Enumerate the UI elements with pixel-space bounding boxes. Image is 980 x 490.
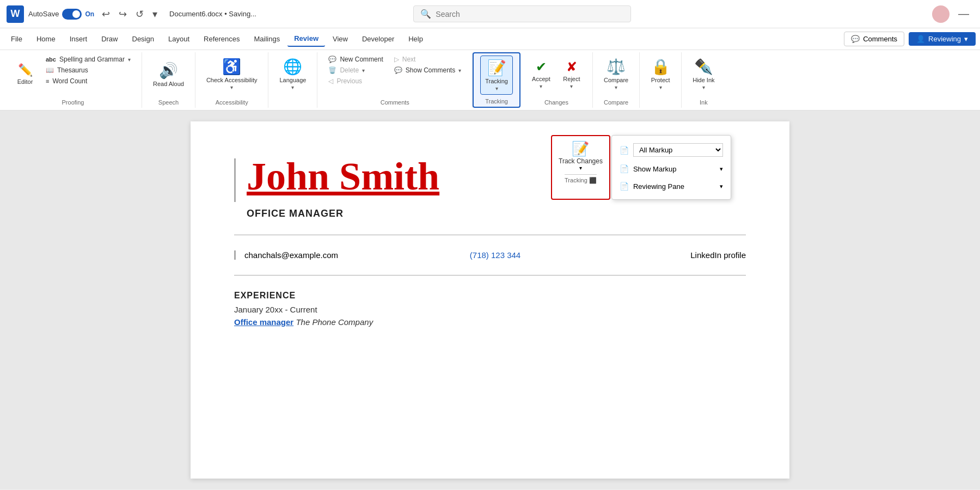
left-bar: [234, 158, 236, 202]
thesaurus-button[interactable]: 📖 Thesaurus: [41, 65, 135, 75]
compare-button[interactable]: ⚖️ Compare ▾: [599, 54, 633, 94]
next-button[interactable]: ▷ Next: [390, 54, 465, 64]
show-markup-icon: 📄: [620, 164, 629, 173]
autosave-toggle[interactable]: [62, 9, 82, 20]
menu-references[interactable]: References: [197, 32, 246, 46]
read-aloud-label: Read Aloud: [153, 81, 184, 87]
menu-view[interactable]: View: [326, 32, 354, 46]
next-label: Next: [402, 56, 416, 63]
search-input[interactable]: [436, 10, 624, 19]
job-link[interactable]: Office manager: [234, 317, 293, 327]
menu-file[interactable]: File: [4, 32, 29, 46]
tracking-dropdown-panel: 📄 All Markup Simple Markup No Markup Ori…: [611, 135, 731, 200]
compare-buttons: ⚖️ Compare ▾: [599, 54, 633, 96]
accept-icon: ✔: [536, 59, 547, 75]
accessibility-label: Accessibility: [216, 97, 248, 106]
editor-label: Editor: [17, 78, 33, 85]
contact-bar: [234, 250, 236, 260]
redo-icon[interactable]: ↪: [115, 7, 130, 21]
new-comment-button[interactable]: 💬 New Comment: [324, 54, 387, 64]
language-caret: ▾: [291, 84, 294, 90]
hide-ink-label: Hide Ink: [693, 77, 714, 83]
reject-caret: ▾: [570, 83, 573, 89]
doc-title: Document6.docx • Saving...: [169, 10, 256, 18]
word-count-icon: ≡: [46, 78, 49, 84]
date-range: January 20xx - Current: [234, 305, 746, 314]
changes-group: ✔ Accept ▾ ✘ Reject ▾ Changes: [520, 52, 593, 108]
menu-draw[interactable]: Draw: [95, 32, 124, 46]
reject-label: Reject: [563, 76, 580, 82]
previous-button[interactable]: ◁ Previous: [324, 76, 387, 86]
contact-section: chanchals@example.com (718) 123 344 Link…: [234, 250, 746, 260]
track-changes-popup[interactable]: 📝 Track Changes ▾ Tracking ⬛: [551, 135, 610, 200]
accept-button[interactable]: ✔ Accept ▾: [527, 54, 555, 94]
comments-button[interactable]: 💬 Comments: [844, 32, 904, 46]
protect-buttons: 🔒 Protect ▾: [646, 54, 675, 102]
word-count-label: Word Count: [52, 77, 87, 85]
protect-group: 🔒 Protect ▾: [640, 52, 682, 108]
spelling-caret: ▾: [128, 57, 131, 63]
menu-design[interactable]: Design: [126, 32, 161, 46]
hide-ink-icon: ✒️: [694, 58, 713, 76]
candidate-name: John Smith: [247, 154, 439, 199]
show-markup-caret: ▾: [720, 166, 723, 173]
tracking-group: 📝 Tracking ▾ Tracking: [473, 52, 520, 108]
reviewing-pane-icon: 📄: [620, 182, 629, 191]
delete-icon: 🗑️: [328, 66, 336, 74]
language-group: 🌐 Language ▾: [268, 52, 317, 108]
loop-icon[interactable]: ↺: [132, 7, 147, 21]
protect-icon: 🔒: [651, 58, 670, 76]
phone[interactable]: (718) 123 344: [412, 250, 579, 260]
show-comments-caret: ▾: [458, 68, 461, 74]
language-buttons: 🌐 Language ▾: [275, 54, 310, 102]
all-markup-item[interactable]: 📄 All Markup Simple Markup No Markup Ori…: [612, 140, 731, 160]
show-markup-item[interactable]: 📄 Show Markup ▾: [612, 160, 731, 177]
protect-button[interactable]: 🔒 Protect ▾: [646, 54, 675, 94]
language-button[interactable]: 🌐 Language ▾: [275, 54, 310, 94]
comments-group: 💬 New Comment 🗑️ Delete ▾ ◁ Previous ▷ N…: [317, 52, 473, 108]
show-comments-button[interactable]: 💬 Show Comments ▾: [390, 65, 465, 75]
tracking-label: Tracking: [485, 78, 508, 84]
menu-help[interactable]: Help: [402, 32, 430, 46]
spelling-icon: abc: [46, 56, 56, 63]
undo-icon[interactable]: ↩: [99, 7, 113, 21]
delete-button[interactable]: 🗑️ Delete ▾: [324, 65, 387, 75]
menu-insert[interactable]: Insert: [63, 32, 94, 46]
hide-ink-button[interactable]: ✒️ Hide Ink ▾: [688, 54, 719, 94]
word-count-button[interactable]: ≡ Word Count: [41, 76, 135, 86]
accessibility-label: Check Accessibility: [206, 77, 258, 83]
editor-button[interactable]: ✏️ Editor: [11, 54, 39, 94]
comments-icon: 💬: [851, 35, 860, 43]
ink-buttons: ✒️ Hide Ink ▾: [688, 54, 719, 96]
accept-caret: ▾: [540, 83, 542, 89]
proofing-label: Proofing: [62, 97, 84, 106]
menu-home[interactable]: Home: [30, 32, 62, 46]
protect-caret: ▾: [659, 84, 662, 90]
menu-review[interactable]: Review: [287, 31, 325, 47]
search-box[interactable]: 🔍: [413, 5, 631, 22]
menu-layout[interactable]: Layout: [162, 32, 196, 46]
menu-mailings[interactable]: Mailings: [248, 32, 287, 46]
reviewing-label: Reviewing: [928, 35, 961, 43]
tracking-button[interactable]: 📝 Tracking ▾: [480, 56, 513, 95]
read-aloud-button[interactable]: 🔊 Read Aloud: [149, 54, 188, 94]
more-icon[interactable]: ▾: [149, 7, 161, 21]
tracking-section-footer: Tracking ⬛: [565, 174, 597, 184]
contact-row: chanchals@example.com (718) 123 344 Link…: [244, 250, 746, 260]
menu-developer[interactable]: Developer: [356, 32, 401, 46]
proofing-buttons: ✏️ Editor abc Spelling and Grammar ▾ 📖 T…: [11, 54, 135, 96]
spelling-button[interactable]: abc Spelling and Grammar ▾: [41, 54, 135, 64]
comments-col2: ▷ Next 💬 Show Comments ▾: [390, 54, 465, 75]
company-name: The Phone Company: [296, 317, 373, 327]
reviewing-pane-item[interactable]: 📄 Reviewing Pane ▾: [612, 177, 731, 195]
show-comments-icon: 💬: [394, 66, 402, 74]
main-content: John Smith OFFICE MANAGER chanchals@exam…: [0, 111, 980, 489]
reviewing-button[interactable]: 👤 Reviewing ▾: [909, 32, 976, 46]
minimize-button[interactable]: —: [954, 8, 973, 20]
reject-button[interactable]: ✘ Reject ▾: [558, 54, 586, 94]
tracking-icon: 📝: [487, 59, 506, 77]
check-accessibility-button[interactable]: ♿ Check Accessibility ▾: [202, 54, 262, 94]
all-markup-select[interactable]: All Markup Simple Markup No Markup Origi…: [633, 143, 723, 157]
spelling-label: Spelling and Grammar: [59, 56, 125, 63]
autosave-label: AutoSave: [28, 10, 59, 18]
